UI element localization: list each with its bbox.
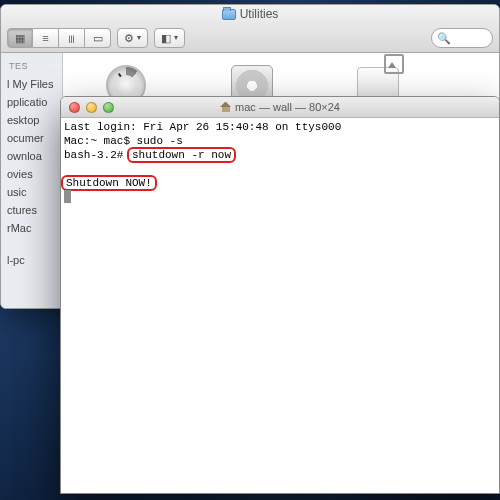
finder-search[interactable]: 🔍 bbox=[431, 28, 493, 48]
finder-title: Utilities bbox=[1, 7, 499, 21]
sidebar-section-favorites: TES l My Files pplicatio esktop ocumer o… bbox=[1, 59, 62, 269]
terminal-titlebar[interactable]: mac — wall — 80×24 bbox=[61, 97, 499, 118]
sidebar-item[interactable]: ctures bbox=[5, 201, 58, 219]
close-button[interactable] bbox=[69, 102, 80, 113]
view-icon-button[interactable]: ▦ bbox=[7, 28, 33, 48]
terminal-prompt: bash-3.2# bbox=[64, 149, 130, 161]
sidebar-item[interactable]: l My Files bbox=[5, 75, 58, 93]
terminal-cursor bbox=[64, 190, 71, 203]
sidebar-item[interactable]: l-pc bbox=[5, 251, 58, 269]
finder-titlebar[interactable]: Utilities bbox=[1, 5, 499, 25]
action-menu-button[interactable]: ⚙ ▾ bbox=[117, 28, 148, 48]
chevron-down-icon: ▾ bbox=[174, 34, 178, 42]
zoom-button[interactable] bbox=[103, 102, 114, 113]
terminal-title: mac — wall — 80×24 bbox=[61, 97, 499, 117]
highlight-shutdown-command: shutdown -r now bbox=[127, 147, 236, 163]
search-icon: 🔍 bbox=[437, 32, 451, 45]
finder-toolbar: ▦ ≡ ⫼ ▭ ⚙ ▾ ◧ ▾ 🔍 bbox=[1, 25, 499, 52]
view-coverflow-button[interactable]: ▭ bbox=[85, 28, 111, 48]
home-icon bbox=[220, 102, 231, 112]
terminal-line: Mac:~ mac$ sudo -s bbox=[64, 135, 183, 147]
arrange-icon: ◧ bbox=[161, 33, 171, 44]
sidebar-item[interactable]: pplicatio bbox=[5, 93, 58, 111]
folder-icon bbox=[222, 9, 236, 20]
terminal-window: mac — wall — 80×24 Last login: Fri Apr 2… bbox=[60, 96, 500, 494]
sidebar-item[interactable]: ocumer bbox=[5, 129, 58, 147]
highlight-shutdown-now: Shutdown NOW! bbox=[61, 175, 157, 191]
minimize-button[interactable] bbox=[86, 102, 97, 113]
action-segment: ⚙ ▾ bbox=[117, 28, 148, 48]
arrange-menu-button[interactable]: ◧ ▾ bbox=[154, 28, 185, 48]
finder-sidebar: TES l My Files pplicatio esktop ocumer o… bbox=[1, 53, 63, 308]
terminal-body[interactable]: Last login: Fri Apr 26 15:40:48 on ttys0… bbox=[61, 118, 499, 493]
finder-header: Utilities ▦ ≡ ⫼ ▭ ⚙ ▾ ◧ ▾ bbox=[1, 5, 499, 53]
sidebar-item[interactable]: ownloa bbox=[5, 147, 58, 165]
list-icon: ≡ bbox=[42, 33, 48, 44]
sidebar-item[interactable]: rMac bbox=[5, 219, 58, 237]
view-mode-segment: ▦ ≡ ⫼ ▭ bbox=[7, 28, 111, 48]
finder-title-text: Utilities bbox=[240, 7, 279, 21]
window-controls bbox=[61, 102, 114, 113]
view-column-button[interactable]: ⫼ bbox=[59, 28, 85, 48]
coverflow-icon: ▭ bbox=[93, 33, 103, 44]
sidebar-heading: TES bbox=[5, 59, 58, 75]
grid-icon: ▦ bbox=[15, 33, 25, 44]
chevron-down-icon: ▾ bbox=[137, 34, 141, 42]
sidebar-item[interactable]: esktop bbox=[5, 111, 58, 129]
sidebar-item[interactable]: ovies bbox=[5, 165, 58, 183]
terminal-title-text: mac — wall — 80×24 bbox=[235, 101, 340, 113]
view-list-button[interactable]: ≡ bbox=[33, 28, 59, 48]
terminal-line: Last login: Fri Apr 26 15:40:48 on ttys0… bbox=[64, 121, 341, 133]
columns-icon: ⫼ bbox=[66, 33, 77, 44]
sidebar-item[interactable]: usic bbox=[5, 183, 58, 201]
gear-icon: ⚙ bbox=[124, 33, 134, 44]
arrange-segment: ◧ ▾ bbox=[154, 28, 185, 48]
